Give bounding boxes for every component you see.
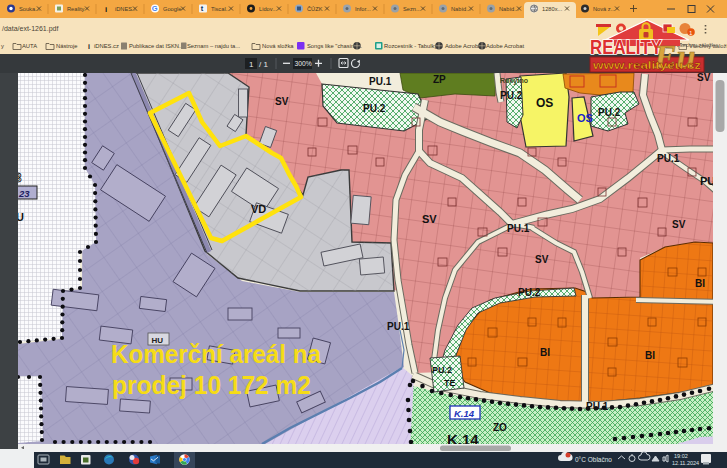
svg-text:BI: BI — [645, 350, 655, 361]
svg-text:i: i — [88, 43, 90, 50]
svg-text:Komerční areál na: Komerční areál na — [111, 339, 321, 369]
svg-text:Google: Google — [163, 6, 181, 12]
svg-text:BI: BI — [540, 347, 550, 358]
svg-text:/ 1: / 1 — [259, 60, 268, 69]
svg-text:Nabíd...: Nabíd... — [499, 6, 519, 12]
svg-text:Publikace dat ISKN...: Publikace dat ISKN... — [129, 43, 184, 49]
svg-text:PU.2: PU.2 — [518, 287, 541, 298]
svg-text:G: G — [152, 4, 158, 13]
svg-text:PU.2: PU.2 — [432, 365, 452, 375]
svg-text:K.14: K.14 — [454, 408, 475, 419]
svg-text:/data/ext-1261.pdf: /data/ext-1261.pdf — [2, 25, 58, 33]
svg-text:Infor...: Infor... — [355, 6, 371, 12]
svg-text:ČÚZK: ČÚZK — [307, 6, 323, 12]
svg-text:SV: SV — [672, 219, 686, 230]
svg-text:PU.1: PU.1 — [369, 76, 392, 87]
svg-text:VD: VD — [251, 203, 266, 215]
svg-text:ZP: ZP — [433, 74, 446, 85]
svg-text:12.11.2024: 12.11.2024 — [672, 460, 699, 466]
svg-text:www.realityeu.cz: www.realityeu.cz — [592, 59, 701, 71]
svg-text:Rokytno: Rokytno — [500, 77, 528, 85]
svg-text:1: 1 — [689, 30, 692, 36]
svg-text:Nástroje: Nástroje — [56, 43, 78, 49]
svg-text:PU.2: PU.2 — [363, 103, 386, 114]
svg-text:Seznam – najdu ta...: Seznam – najdu ta... — [187, 43, 241, 49]
svg-text:Nová složka: Nová složka — [262, 43, 294, 49]
svg-text:SV: SV — [422, 213, 437, 225]
svg-text:y: y — [1, 43, 4, 49]
svg-text:OS: OS — [577, 112, 593, 124]
svg-text:prodej 10 172 m2: prodej 10 172 m2 — [112, 370, 311, 400]
svg-text:PU.2: PU.2 — [598, 107, 621, 118]
svg-text:OS: OS — [536, 96, 553, 110]
svg-text:0°C Oblačno: 0°C Oblačno — [575, 456, 612, 463]
svg-text:1280x...: 1280x... — [542, 6, 563, 12]
svg-text:Adobe Acrobat: Adobe Acrobat — [445, 43, 483, 49]
svg-text:TE: TE — [444, 378, 456, 388]
svg-text:SV: SV — [535, 254, 549, 265]
svg-text:SV: SV — [697, 72, 711, 83]
svg-text:PU.2: PU.2 — [500, 90, 523, 101]
svg-text:19:02: 19:02 — [674, 453, 688, 459]
svg-text:Lidov...: Lidov... — [259, 6, 277, 12]
svg-text:300%: 300% — [295, 60, 312, 67]
svg-text:PU.1: PU.1 — [586, 401, 609, 412]
svg-text:Rozcestník - Tabulky...: Rozcestník - Tabulky... — [384, 43, 442, 49]
svg-text:Reality: Reality — [67, 6, 85, 12]
svg-text:PU.1: PU.1 — [507, 223, 530, 234]
svg-text:SV: SV — [275, 96, 289, 107]
svg-text:PU.1: PU.1 — [657, 153, 680, 164]
svg-text:23: 23 — [18, 188, 30, 199]
svg-text:Adobe Acrobat: Adobe Acrobat — [486, 43, 524, 49]
svg-text:Nová z...: Nová z... — [593, 6, 616, 12]
svg-text:REALITY: REALITY — [590, 36, 663, 58]
svg-text:i: i — [105, 5, 107, 14]
svg-text:AUTA: AUTA — [22, 43, 37, 49]
svg-text:Nabíd...: Nabíd... — [451, 6, 471, 12]
svg-text:ZO: ZO — [493, 422, 507, 433]
svg-text:1: 1 — [249, 60, 254, 69]
svg-text:Sezn...: Sezn... — [403, 6, 421, 12]
svg-text:PU.1: PU.1 — [387, 321, 410, 332]
svg-text:iDNES.cz: iDNES.cz — [94, 43, 119, 49]
svg-text:BI: BI — [695, 278, 705, 289]
svg-text:Tiscal...: Tiscal... — [211, 6, 231, 12]
